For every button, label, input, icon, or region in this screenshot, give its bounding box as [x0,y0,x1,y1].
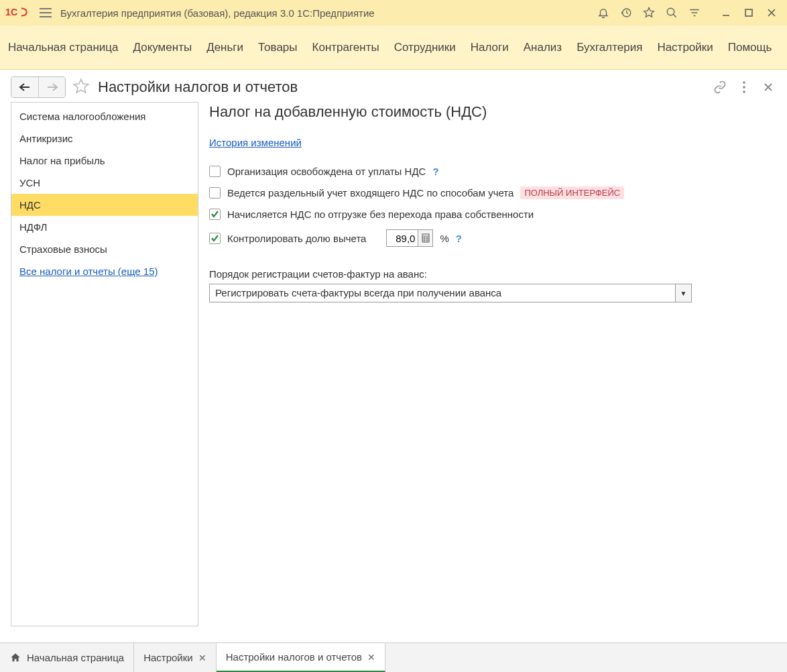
percent-label: % [440,233,448,244]
close-icon[interactable]: ✕ [198,653,206,663]
label-exempt-nds: Организация освобождена от уплаты НДС [227,166,426,177]
sidebar-all-link[interactable]: Все налоги и отчеты (еще 15) [11,260,198,282]
back-button[interactable] [11,77,38,97]
sidebar-item-insurance[interactable]: Страховые взносы [11,238,198,260]
star-icon[interactable] [640,3,658,22]
calculator-icon[interactable] [418,230,432,246]
deduction-input[interactable] [387,233,418,244]
tab-home[interactable]: Начальная страница [0,643,134,672]
nav-item[interactable]: Документы [133,41,192,54]
sidebar-item-usn[interactable]: УСН [11,172,198,194]
link-icon[interactable] [712,79,728,95]
svg-point-6 [743,91,745,93]
invoice-order-select[interactable]: Регистрировать счета-фактуры всегда при … [209,284,692,302]
home-icon [9,652,21,664]
page-header-actions [712,79,776,95]
history-link[interactable]: История изменений [209,137,302,148]
help-icon[interactable]: ? [432,166,438,177]
nav-item[interactable]: Налоги [471,41,509,54]
sidebar-item-ndfl[interactable]: НДФЛ [11,216,198,238]
section-heading: Налог на добавленную стоимость (НДС) [209,103,776,121]
tab-label: Настройки налогов и отчетов [226,651,362,663]
chevron-down-icon[interactable]: ▼ [675,284,691,302]
label-nds-on-shipment: Начисляется НДС по отгрузке без перехода… [227,209,534,220]
titlebar: 1С Бухгалтерия предприятия (базовая), ре… [0,0,787,25]
nav-item[interactable]: Товары [258,41,297,54]
form-area: Организация освобождена от уплаты НДС ? … [209,166,776,302]
history-icon[interactable] [617,3,635,22]
row-separate-accounting: Ведется раздельный учет входящего НДС по… [209,186,776,199]
search-icon[interactable] [662,3,681,22]
checkbox-exempt-nds[interactable] [209,166,221,177]
checkbox-separate-accounting[interactable] [209,187,221,199]
nav-item[interactable]: Начальная страница [8,41,119,54]
tab-tax-settings[interactable]: Настройки налогов и отчетов ✕ [217,643,385,672]
content: Система налогообложения Антикризис Налог… [0,102,787,637]
invoice-order-block: Порядок регистрации счетов-фактур на ава… [209,256,776,302]
minimize-button[interactable] [716,3,736,22]
bottom-tabs: Начальная страница Настройки ✕ Настройки… [0,642,787,672]
badge-full-interface: ПОЛНЫЙ ИНТЕРФЕЙС [520,186,624,199]
label-control-deduction: Контролировать долю вычета [227,233,366,244]
window-title: Бухгалтерия предприятия (базовая), редак… [60,7,587,19]
checkbox-nds-on-shipment[interactable] [209,209,221,220]
window-controls [716,3,782,22]
svg-point-2 [667,8,674,15]
logo-1c-icon: 1С [5,5,31,21]
page-title: Настройки налогов и отчетов [98,78,705,96]
row-control-deduction: Контролировать долю вычета % ? [209,229,776,247]
checkbox-control-deduction[interactable] [209,233,221,244]
close-page-icon[interactable] [760,79,776,95]
filter-icon[interactable] [685,3,704,22]
row-exempt-nds: Организация освобождена от уплаты НДС ? [209,166,776,177]
tab-label: Настройки [143,652,193,663]
titlebar-actions [594,3,704,22]
invoice-order-label: Порядок регистрации счетов-фактур на ава… [209,268,776,280]
svg-point-4 [743,81,745,84]
svg-point-5 [743,86,745,89]
main-panel: Налог на добавленную стоимость (НДС) Ист… [198,102,776,626]
sidebar-item-tax-system[interactable]: Система налогообложения [11,105,198,127]
nav-item[interactable]: Деньги [206,41,243,54]
maximize-button[interactable] [739,3,759,22]
close-icon[interactable]: ✕ [367,652,375,663]
tab-settings[interactable]: Настройки ✕ [134,643,217,672]
help-icon[interactable]: ? [456,233,462,244]
nav-item[interactable]: Помощь [728,41,772,54]
nav-arrows [11,76,66,98]
favorite-icon[interactable] [72,78,91,97]
nav-item[interactable]: Настройки [657,41,713,54]
sidebar-item-anticrisis[interactable]: Антикризис [11,127,198,150]
svg-text:1С: 1С [5,7,17,17]
row-nds-on-shipment: Начисляется НДС по отгрузке без перехода… [209,209,776,220]
nav-item[interactable]: Анализ [524,41,562,54]
sidebar: Система налогообложения Антикризис Налог… [11,102,198,626]
forward-button[interactable] [38,77,65,97]
main-nav: Начальная страница Документы Деньги Това… [0,25,787,70]
select-value: Регистрировать счета-фактуры всегда при … [210,284,675,302]
close-window-button[interactable] [762,3,782,22]
tab-label: Начальная страница [27,652,124,663]
bell-icon[interactable] [594,3,613,22]
nav-item[interactable]: Контрагенты [312,41,379,54]
deduction-input-group [386,229,433,247]
menu-icon[interactable] [38,5,54,21]
svg-rect-3 [745,9,752,16]
label-separate-accounting: Ведется раздельный учет входящего НДС по… [227,187,513,199]
sidebar-item-profit-tax[interactable]: Налог на прибыль [11,150,198,172]
nav-item[interactable]: Сотрудники [394,41,456,54]
sidebar-item-nds[interactable]: НДС [11,194,198,216]
page-header: Настройки налогов и отчетов [0,70,787,102]
more-icon[interactable] [736,79,752,95]
nav-item[interactable]: Бухгалтерия [577,41,642,54]
